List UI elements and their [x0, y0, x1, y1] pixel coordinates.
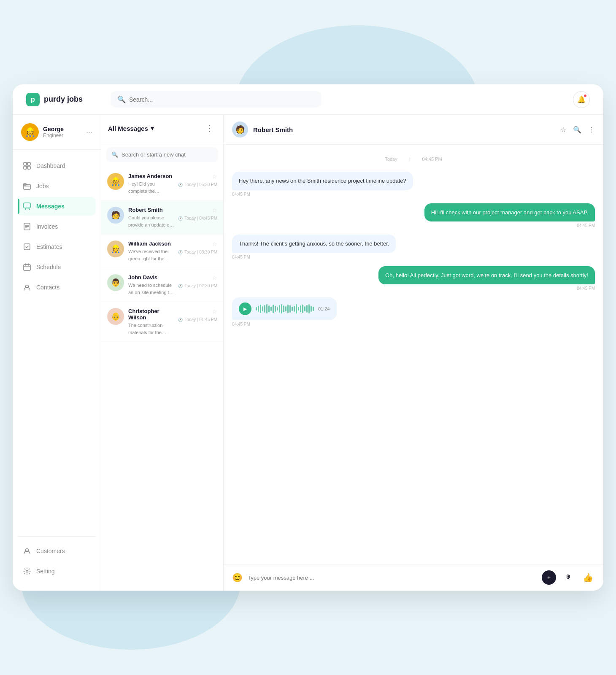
conv-meta: ☆ 🕐 Today | 04:45 PM	[178, 207, 217, 221]
send-thumbs-up-button[interactable]: 👍	[581, 570, 595, 585]
conv-meta: ☆ 🕐 Today | 01:45 PM	[178, 308, 217, 322]
messages-filter[interactable]: All Messages ▾	[108, 124, 154, 132]
message-text: Oh, hello! All perfectly. Just got word,…	[385, 272, 588, 278]
user-name: George	[43, 126, 64, 132]
separator-divider: |	[406, 157, 414, 162]
star-icon[interactable]: ☆	[212, 308, 217, 315]
global-search[interactable]: 🔍	[111, 91, 322, 108]
waveform-bar	[287, 305, 289, 313]
invoices-icon	[23, 222, 31, 231]
waveform-bar	[311, 306, 312, 312]
waveform-bar	[298, 307, 299, 310]
sidebar-item-contacts[interactable]: Contacts	[18, 278, 96, 297]
chat-search[interactable]: 🔍	[106, 147, 218, 162]
conv-name: John Davis	[128, 274, 174, 281]
waveform-bar	[258, 306, 259, 312]
waveform-bar	[266, 304, 267, 313]
sidebar-item-dashboard[interactable]: Dashboard	[18, 157, 96, 175]
app-window: p purdy jobs 🔍 🔔 👷 George Engineer	[13, 84, 603, 591]
waveform-bar	[283, 305, 284, 312]
global-search-input[interactable]	[129, 96, 315, 103]
chat-input-area: 😊 + 🎙 👍	[224, 564, 603, 591]
svg-rect-7	[24, 203, 30, 208]
user-info: George Engineer	[43, 126, 64, 138]
sidebar-item-customers[interactable]: Customers	[18, 542, 96, 560]
schedule-icon	[23, 263, 31, 271]
chat-search-input[interactable]	[122, 151, 213, 158]
conv-name: William Jackson	[128, 240, 174, 247]
svg-rect-13	[24, 265, 30, 270]
conv-time: 🕐 Today | 05:30 PM	[178, 182, 217, 187]
sidebar: 👷 George Engineer ··· Dashboard	[13, 115, 101, 591]
conv-time: 🕐 Today | 03:30 PM	[178, 250, 217, 254]
conversation-item[interactable]: 👨 John Davis We need to schedule an on-s…	[101, 268, 223, 302]
chat-more-button[interactable]: ⋮	[588, 126, 595, 134]
sidebar-item-messages[interactable]: Messages	[18, 197, 96, 216]
audio-play-button[interactable]: ▶	[239, 302, 251, 315]
message-bubble: Hey there, any news on the Smith residen…	[232, 172, 413, 190]
sidebar-item-setting[interactable]: Setting	[18, 562, 96, 580]
customers-icon	[23, 547, 31, 555]
audio-waveform	[256, 304, 314, 314]
main-content: 👷 George Engineer ··· Dashboard	[13, 115, 603, 591]
conv-avatar: 👴	[107, 308, 124, 325]
message-bubble: Thanks! The client's getting anxious, so…	[232, 235, 396, 253]
conv-avatar: 🧑	[107, 207, 124, 224]
user-menu-button[interactable]: ···	[86, 128, 92, 137]
contacts-icon	[23, 283, 31, 292]
clock-icon: 🕐	[178, 284, 183, 288]
conv-avatar: 👷	[107, 173, 124, 190]
search-chat-button[interactable]: 🔍	[573, 126, 581, 134]
star-button[interactable]: ☆	[560, 126, 566, 134]
notifications-button[interactable]: 🔔	[573, 91, 590, 108]
sidebar-item-estimates[interactable]: Estimates	[18, 238, 96, 256]
message-time: 04:45 PM	[232, 322, 250, 327]
message-time: 04:45 PM	[232, 192, 250, 197]
star-icon[interactable]: ☆	[212, 274, 217, 281]
star-icon[interactable]: ☆	[212, 207, 217, 213]
voice-record-button[interactable]: 🎙	[561, 570, 575, 585]
message-text: Hey there, any news on the Smith residen…	[239, 178, 406, 184]
sidebar-item-schedule[interactable]: Schedule	[18, 258, 96, 276]
conversation-item[interactable]: 👴 Christopher Wilson The construction ma…	[101, 302, 223, 342]
message-wrapper: ▶	[232, 297, 595, 327]
waveform-bar	[262, 306, 263, 311]
clock-icon: 🕐	[178, 183, 183, 187]
waveform-bar	[275, 306, 276, 312]
conv-avatar: 👷	[107, 240, 124, 257]
conversation-item[interactable]: 👷 William Jackson We've received the gre…	[101, 235, 223, 268]
sidebar-item-messages-label: Messages	[36, 203, 65, 210]
message-wrapper: Thanks! The client's getting anxious, so…	[232, 235, 595, 259]
svg-rect-2	[24, 166, 27, 169]
messages-more-button[interactable]: ⋮	[203, 122, 216, 134]
setting-icon	[23, 567, 31, 575]
user-profile: 👷 George Engineer ···	[13, 123, 101, 150]
sidebar-item-schedule-label: Schedule	[36, 264, 61, 270]
chat-contact-name: Robert Smith	[253, 126, 293, 133]
svg-point-19	[26, 570, 28, 572]
sidebar-item-dashboard-label: Dashboard	[36, 162, 65, 169]
conv-content: Robert Smith Could you please provide an…	[128, 207, 174, 228]
conv-preview: Hey! Did you complete the architectural …	[128, 181, 174, 194]
sidebar-item-jobs-label: Jobs	[36, 183, 49, 189]
message-input[interactable]	[248, 575, 537, 581]
star-icon[interactable]: ☆	[212, 173, 217, 180]
dashboard-icon	[23, 162, 31, 170]
waveform-bar	[264, 305, 265, 313]
conversation-item[interactable]: 👷 James Anderson Hey! Did you complete t…	[101, 167, 223, 201]
star-icon[interactable]: ☆	[212, 240, 217, 247]
message-time: 04:45 PM	[232, 255, 250, 259]
conversation-item[interactable]: 🧑 Robert Smith Could you please provide …	[101, 201, 223, 235]
chat-search-icon: 🔍	[111, 151, 118, 158]
svg-rect-3	[27, 166, 30, 169]
waveform-bar	[292, 307, 293, 311]
conv-content: John Davis We need to schedule an on-sit…	[128, 274, 174, 296]
sidebar-item-jobs[interactable]: Jobs	[18, 177, 96, 195]
app-name: purdy jobs	[44, 95, 83, 104]
add-attachment-button[interactable]: +	[542, 570, 556, 585]
emoji-button[interactable]: 😊	[232, 572, 243, 583]
messages-filter-label: All Messages	[108, 125, 148, 132]
svg-rect-0	[24, 162, 27, 165]
sidebar-item-estimates-label: Estimates	[36, 243, 62, 250]
sidebar-item-invoices[interactable]: Invoices	[18, 217, 96, 236]
